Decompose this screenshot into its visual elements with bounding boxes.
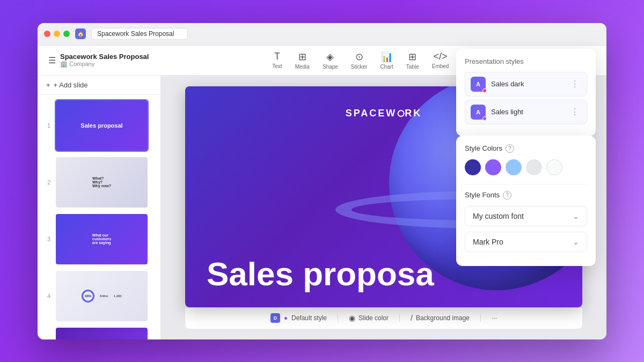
home-icon[interactable]: 🏠 bbox=[75, 28, 86, 39]
slide-bottom-bar: D Default style ◉ Slide color / Backgrou… bbox=[185, 307, 582, 329]
color-swatch-4[interactable] bbox=[526, 159, 542, 175]
slide-color-item[interactable]: ◉ Slide color bbox=[349, 314, 389, 322]
slide-thumb-1[interactable]: Sales proposal bbox=[55, 99, 149, 152]
sticker-label: Sticker bbox=[351, 64, 368, 70]
slide-item-3[interactable]: 3 What ourcustomersare saying bbox=[44, 213, 154, 265]
minimize-button[interactable] bbox=[54, 31, 60, 37]
font-dropdown-1[interactable]: My custom font ⌄ bbox=[465, 206, 587, 226]
colors-row bbox=[465, 159, 587, 175]
tool-chart[interactable]: 📊 Chart bbox=[375, 49, 398, 72]
plus-icon: + bbox=[46, 81, 50, 89]
more-options-item[interactable]: ··· bbox=[492, 314, 497, 322]
fonts-help-icon[interactable]: ? bbox=[503, 191, 511, 200]
chart-icon: 📊 bbox=[381, 51, 393, 63]
tool-media[interactable]: ⊞ Media bbox=[290, 49, 315, 72]
separator-1 bbox=[338, 314, 338, 322]
color-swatch-5[interactable] bbox=[546, 159, 562, 175]
panel-title: Presentation styles bbox=[465, 57, 587, 65]
slide-item-4[interactable]: 4 68% $40m 1,260 bbox=[44, 270, 154, 322]
slide-color-icon: ◉ bbox=[349, 314, 355, 322]
tool-embed[interactable]: </> Embed bbox=[427, 49, 455, 71]
style-light-more-button[interactable]: ⋮ bbox=[568, 106, 581, 118]
toolbar-left: ☰ Spacework Sales Proposal 🏢 Company bbox=[48, 53, 156, 68]
traffic-lights bbox=[44, 31, 70, 37]
slide-thumb-4[interactable]: 68% $40m 1,260 bbox=[55, 270, 149, 322]
style-dot-purple bbox=[482, 116, 487, 121]
background-image-item[interactable]: / Background image bbox=[411, 314, 470, 322]
slide-preview-3: What ourcustomersare saying bbox=[56, 214, 148, 264]
font-dropdown-2[interactable]: Mark Pro ⌄ bbox=[465, 232, 587, 252]
colors-help-icon[interactable]: ? bbox=[506, 144, 514, 153]
presentation-styles-panel: Presentation styles A Sales dark ⋮ A Sal… bbox=[456, 49, 596, 136]
media-label: Media bbox=[295, 64, 310, 70]
slides-sidebar: + + Add slide 1 Sales proposal 2 bbox=[38, 76, 161, 339]
style-dark-more-button[interactable]: ⋮ bbox=[568, 78, 581, 90]
tool-text[interactable]: T Text bbox=[267, 49, 287, 71]
shape-label: Shape bbox=[323, 64, 338, 70]
menu-icon[interactable]: ☰ bbox=[48, 55, 56, 65]
text-icon: T bbox=[274, 51, 280, 62]
text-label: Text bbox=[272, 63, 282, 69]
slide-title: Sales proposa bbox=[207, 256, 434, 291]
style-dark-name: Sales dark bbox=[491, 80, 568, 88]
slide-item-2[interactable]: 2 What?Why?Why now? bbox=[44, 156, 154, 209]
style-light-icon: A bbox=[471, 105, 486, 120]
slide-thumb-3[interactable]: What ourcustomersare saying bbox=[55, 213, 149, 265]
slide-number-4: 4 bbox=[44, 293, 50, 299]
color-swatch-1[interactable] bbox=[465, 159, 481, 175]
add-slide-button[interactable]: + + Add slide bbox=[38, 76, 160, 95]
font-1-label: My custom font bbox=[473, 212, 524, 220]
style-row-light[interactable]: A Sales light ⋮ bbox=[465, 100, 587, 124]
slide-number-2: 2 bbox=[44, 179, 50, 186]
separator-2 bbox=[399, 314, 400, 322]
sticker-icon: ⊙ bbox=[355, 51, 363, 63]
tool-sticker[interactable]: ⊙ Sticker bbox=[346, 49, 373, 72]
default-style-item[interactable]: D Default style bbox=[270, 313, 327, 323]
slide-color-label: Slide color bbox=[358, 314, 389, 322]
slide-item-1[interactable]: 1 Sales proposal bbox=[44, 99, 154, 152]
slides-list: 1 Sales proposal 2 What?Why?Why now? bbox=[38, 95, 160, 339]
background-image-label: Background image bbox=[416, 314, 470, 322]
tool-shape[interactable]: ◈ Shape bbox=[317, 49, 343, 72]
more-options-icon: ··· bbox=[492, 314, 497, 322]
color-swatch-3[interactable] bbox=[506, 159, 522, 175]
slide-3-content: What ourcustomersare saying bbox=[89, 230, 114, 248]
panel-divider bbox=[465, 184, 587, 184]
titlebar: 🏠 bbox=[38, 23, 606, 46]
maximize-button[interactable] bbox=[63, 31, 70, 37]
style-light-name: Sales light bbox=[491, 108, 568, 116]
chevron-down-icon-1: ⌄ bbox=[573, 212, 579, 220]
default-style-badge: D bbox=[270, 313, 280, 323]
close-button[interactable] bbox=[44, 31, 50, 37]
colors-section-header: Style Colors ? bbox=[465, 144, 587, 153]
slide-1-text: Sales proposal bbox=[77, 119, 126, 132]
embed-icon: </> bbox=[434, 51, 448, 62]
style-row-dark[interactable]: A Sales dark ⋮ bbox=[465, 72, 587, 97]
background-icon: / bbox=[411, 314, 413, 322]
slide-thumb-5[interactable]: Thank you! bbox=[55, 327, 149, 339]
tool-table[interactable]: ⊞ Table bbox=[401, 49, 425, 72]
font-2-label: Mark Pro bbox=[473, 238, 503, 246]
media-icon: ⊞ bbox=[298, 51, 306, 63]
style-dot-red bbox=[482, 88, 487, 93]
embed-label: Embed bbox=[432, 63, 449, 69]
style-dark-icon: A bbox=[471, 77, 486, 92]
style-dot-indicator bbox=[284, 317, 287, 320]
colors-fonts-panel: Style Colors ? Style Fonts ? My custom f… bbox=[456, 136, 596, 266]
document-title-input[interactable] bbox=[91, 28, 188, 40]
slide-number-1: 1 bbox=[44, 122, 50, 129]
fonts-title: Style Fonts bbox=[465, 191, 500, 199]
logo-o-icon bbox=[397, 110, 404, 117]
slide-preview-2: What?Why?Why now? bbox=[56, 157, 148, 208]
slide-preview-4: 68% $40m 1,260 bbox=[56, 271, 148, 321]
slide-logo: SPACEWRK bbox=[346, 108, 422, 119]
slide-item-5[interactable]: 5 Thank you! bbox=[44, 327, 154, 339]
slide-4-content: 68% $40m 1,260 bbox=[77, 285, 126, 307]
color-swatch-2[interactable] bbox=[485, 159, 501, 175]
shape-icon: ◈ bbox=[326, 51, 334, 63]
table-label: Table bbox=[406, 64, 419, 70]
slide-thumb-2[interactable]: What?Why?Why now? bbox=[55, 156, 149, 209]
fonts-section-header: Style Fonts ? bbox=[465, 191, 587, 200]
slide-number-3: 3 bbox=[44, 236, 50, 242]
chart-label: Chart bbox=[380, 64, 393, 70]
